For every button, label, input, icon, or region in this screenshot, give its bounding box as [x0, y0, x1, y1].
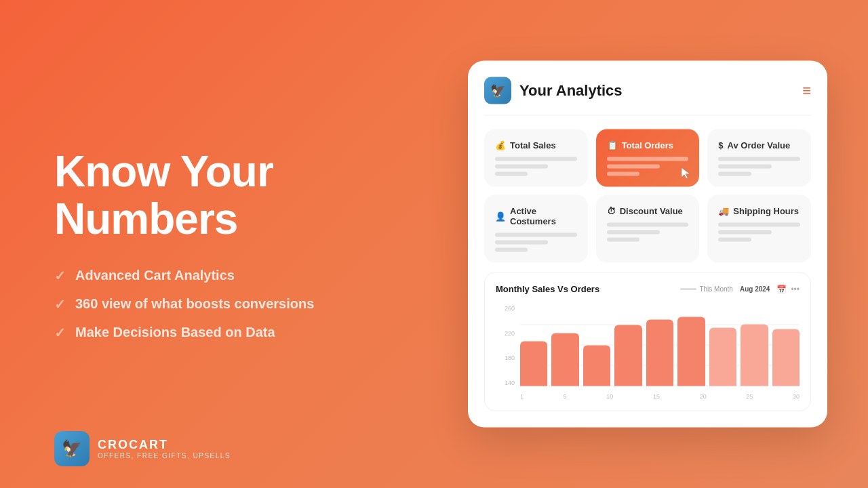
bar-9 — [772, 329, 800, 386]
feature-text-3: Make Decisions Based on Data — [75, 325, 275, 340]
metric-bars-total-sales — [495, 157, 577, 176]
x-label-20: 20 — [700, 393, 707, 400]
y-label-220: 220 — [496, 329, 515, 336]
metric-label-total-sales: 💰 Total Sales — [495, 140, 577, 150]
bar-2 — [551, 333, 578, 386]
bottom-logo: 🦅 CROCART OFFERS, FREE GIFTS, UPSELLS — [54, 431, 231, 466]
metric-bars-total-orders — [607, 157, 689, 176]
check-icon-2: ✓ — [54, 296, 66, 312]
user-icon: 👤 — [495, 211, 506, 221]
metric-bars-active-costumers — [495, 233, 577, 252]
logo-icon: 🦅 — [54, 431, 90, 466]
logo-emoji: 🦅 — [62, 439, 82, 458]
check-icon-1: ✓ — [54, 267, 66, 283]
bar-col-9 — [772, 305, 800, 386]
metric-bar — [495, 157, 577, 161]
y-label-260: 260 — [496, 305, 515, 312]
bar-col-4 — [614, 305, 642, 386]
chart-section: Monthly Sales Vs Orders This Month Aug 2… — [484, 272, 811, 411]
hero-title: Know Your Numbers — [54, 148, 380, 243]
metric-bar — [495, 241, 548, 245]
metric-label-shipping-hours: 🚚 Shipping Hours — [718, 206, 800, 216]
menu-icon[interactable]: ≡ — [802, 82, 811, 100]
shipping-icon: 🚚 — [718, 206, 729, 216]
metric-bars-shipping-hours — [718, 223, 800, 242]
feature-item-1: ✓ Advanced Cart Analytics — [54, 267, 380, 283]
feature-text-1: Advanced Cart Analytics — [75, 268, 235, 283]
dashboard-title: Your Analytics — [519, 82, 623, 100]
bar-5 — [646, 319, 673, 386]
feature-item-2: ✓ 360 view of what boosts conversions — [54, 296, 380, 312]
metric-card-active-costumers[interactable]: 👤 Active Costumers — [484, 195, 588, 263]
bar-7 — [709, 327, 736, 386]
y-axis: 260 220 180 140 — [496, 305, 515, 386]
metric-bars-av-order-value — [718, 157, 800, 176]
metric-bar — [607, 157, 689, 161]
metric-card-av-order-value[interactable]: $ Av Order Value — [707, 129, 811, 187]
calendar-icon[interactable]: 📅 — [776, 284, 787, 293]
metric-label-discount-value: ⏱ Discount Value — [607, 206, 689, 216]
orders-icon: 📋 — [607, 140, 618, 150]
chart-header: Monthly Sales Vs Orders This Month Aug 2… — [496, 284, 800, 294]
chart-title: Monthly Sales Vs Orders — [496, 284, 599, 294]
bar-chart: 260 220 180 140 — [496, 305, 800, 400]
bar-3 — [583, 346, 610, 386]
metric-card-shipping-hours[interactable]: 🚚 Shipping Hours — [707, 195, 811, 263]
metric-bar — [607, 230, 660, 235]
metric-bar — [718, 165, 771, 169]
chart-meta: This Month Aug 2024 📅 ••• — [680, 284, 800, 293]
dollar-icon: $ — [718, 140, 723, 150]
metric-label-active-costumers: 👤 Active Costumers — [495, 206, 577, 226]
metric-card-total-sales[interactable]: 💰 Total Sales — [484, 129, 588, 187]
metric-bar — [718, 223, 800, 227]
y-label-140: 140 — [496, 379, 515, 386]
metric-bar — [495, 248, 528, 252]
metric-bar — [607, 223, 689, 227]
metric-bar — [495, 165, 548, 169]
metrics-grid: 💰 Total Sales 📋 Total Orders — [484, 129, 811, 263]
x-label-10: 10 — [606, 393, 613, 400]
metric-card-total-orders[interactable]: 📋 Total Orders — [596, 129, 700, 187]
chart-icons: 📅 ••• — [776, 284, 800, 293]
chart-legend: This Month — [680, 285, 732, 293]
feature-item-3: ✓ Make Decisions Based on Data — [54, 324, 380, 340]
metric-bar — [718, 172, 751, 176]
bar-col-2 — [551, 305, 578, 386]
more-options-icon[interactable]: ••• — [791, 284, 800, 293]
hero-title-line2: Numbers — [54, 195, 237, 243]
metric-card-discount-value[interactable]: ⏱ Discount Value — [596, 195, 700, 263]
bar-8 — [741, 324, 768, 386]
x-label-15: 15 — [653, 393, 660, 400]
metric-bar — [495, 172, 528, 176]
x-axis: 1 5 10 15 20 25 30 — [520, 393, 800, 400]
metric-bar — [718, 230, 771, 235]
metric-bars-discount-value — [607, 223, 689, 242]
dash-header-left: 🦅 Your Analytics — [484, 77, 623, 104]
feature-text-2: 360 view of what boosts conversions — [75, 296, 314, 312]
y-label-180: 180 — [496, 354, 515, 361]
metric-bar — [607, 172, 639, 176]
x-label-30: 30 — [793, 393, 800, 400]
bar-col-6 — [677, 305, 705, 386]
bar-col-8 — [741, 305, 768, 386]
bar-col-7 — [709, 305, 736, 386]
bar-col-5 — [646, 305, 673, 386]
metric-bar — [607, 165, 660, 169]
left-section: Know Your Numbers ✓ Advanced Cart Analyt… — [54, 148, 380, 341]
metric-bar — [718, 157, 800, 161]
logo-tagline: OFFERS, FREE GIFTS, UPSELLS — [98, 452, 231, 460]
metric-label-total-orders: 📋 Total Orders — [607, 140, 689, 150]
x-label-1: 1 — [520, 393, 524, 400]
metric-bar — [718, 238, 751, 242]
bar-4 — [614, 325, 642, 386]
feature-list: ✓ Advanced Cart Analytics ✓ 360 view of … — [54, 267, 380, 340]
logo-name: CROCART — [98, 438, 231, 452]
dashboard-card: 🦅 Your Analytics ≡ 💰 Total Sales — [468, 61, 827, 428]
dashboard-container: 🦅 Your Analytics ≡ 💰 Total Sales — [468, 61, 827, 428]
chart-date: Aug 2024 — [740, 285, 770, 293]
check-icon-3: ✓ — [54, 324, 66, 340]
hero-title-line1: Know Your — [54, 147, 273, 196]
legend-line — [680, 288, 696, 289]
x-label-5: 5 — [564, 393, 567, 400]
metric-bar — [607, 238, 639, 242]
